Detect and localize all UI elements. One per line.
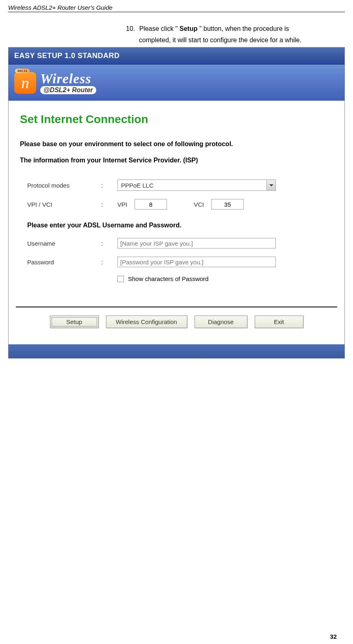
instruction-post: " button, when the procedure is: [197, 25, 289, 32]
exit-button[interactable]: Exit: [255, 316, 303, 328]
banner-text: Wireless @DSL2+ Router: [40, 71, 96, 94]
row-username: Username :: [20, 238, 333, 249]
colon: :: [101, 201, 117, 208]
colon: :: [101, 182, 117, 189]
page-number: 32: [330, 633, 337, 640]
wireless-config-button[interactable]: Wireless Configuration: [106, 316, 187, 328]
label-username: Username: [20, 240, 101, 247]
input-vpi[interactable]: [134, 199, 167, 210]
letter-n: n: [22, 75, 29, 91]
row-protocol: Protocol modes : PPPoE LLC: [20, 179, 333, 191]
guide-title: Wireless ADSL2+ Router User's Guide: [8, 4, 345, 12]
content-area: Set Internet Connection Please base on y…: [9, 101, 344, 344]
label-vpivci: VPI / VCI: [20, 201, 101, 208]
window-bottom-border: [9, 344, 344, 358]
select-protocol[interactable]: PPPoE LLC: [117, 179, 276, 191]
input-password[interactable]: [117, 257, 276, 267]
checkbox-showpassword[interactable]: [117, 276, 124, 282]
instruction-pre: Please click ": [139, 25, 180, 32]
desc-isp: The information from your Internet Servi…: [20, 157, 333, 164]
label-showpassword: Show characters of Password: [128, 275, 208, 282]
chevron-down-icon[interactable]: [266, 180, 275, 190]
setup-window: EASY SETUP 1.0 STANDARD 802.11 n Wireles…: [8, 47, 345, 359]
label-protocol: Protocol modes: [20, 182, 101, 189]
label-vci: VCI: [194, 201, 204, 208]
section-title: Set Internet Connection: [20, 113, 333, 126]
label-password: Password: [20, 259, 101, 266]
badge-80211: 802.11: [15, 69, 30, 73]
diagnose-button[interactable]: Diagnose: [195, 316, 247, 328]
colon: :: [101, 240, 117, 247]
input-username[interactable]: [117, 238, 276, 249]
divider: [16, 307, 337, 307]
window-titlebar: EASY SETUP 1.0 STANDARD: [9, 48, 344, 65]
desc-protocol: Please base on your environment to selec…: [20, 140, 333, 148]
setup-button[interactable]: Setup: [50, 316, 99, 328]
select-protocol-value: PPPoE LLC: [121, 182, 154, 189]
label-vpi: VPI: [117, 201, 127, 208]
dsl-router-tag: @DSL2+ Router: [40, 86, 96, 94]
brand-icon: 802.11 n: [14, 72, 36, 94]
instruction-bold: Setup: [180, 25, 197, 32]
step-number: 10.: [126, 25, 135, 32]
colon: :: [101, 259, 117, 266]
row-showpassword: Show characters of Password: [117, 275, 333, 282]
button-row: Setup Wireless Configuration Diagnose Ex…: [20, 316, 333, 336]
input-vci[interactable]: [211, 199, 244, 210]
banner: 802.11 n Wireless @DSL2+ Router: [9, 65, 344, 101]
row-vpivci: VPI / VCI : VPI VCI: [20, 199, 333, 210]
wireless-word: Wireless: [40, 71, 96, 86]
instruction-line1: 10. Please click " Setup " button, when …: [126, 24, 345, 33]
row-password: Password :: [20, 257, 333, 267]
credentials-heading: Please enter your ADSL Username and Pass…: [20, 222, 333, 229]
instruction-line2: completed, it will start to configure th…: [139, 37, 345, 44]
